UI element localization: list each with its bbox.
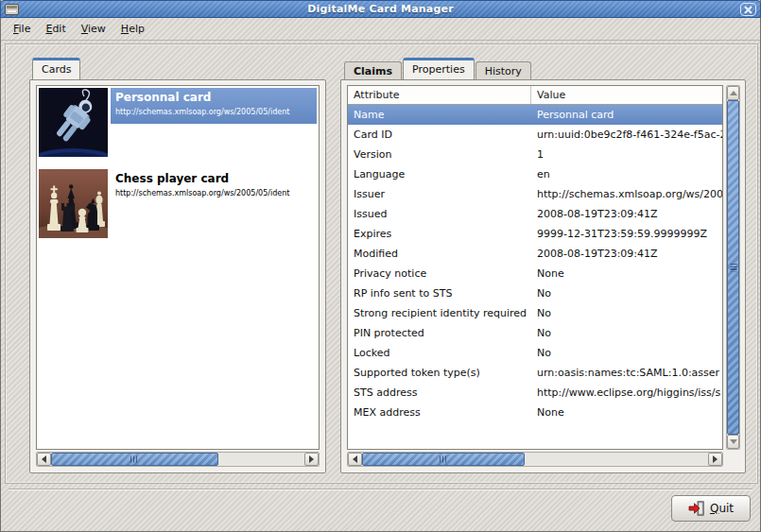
row-value: urn:oasis:names:tc:SAML:1.0:asser [531, 367, 722, 379]
tab-cards[interactable]: Cards [32, 58, 80, 79]
row-value: http://www.eclipse.org/higgins/iss/s [531, 386, 722, 399]
table-row[interactable]: NamePersonnal card [348, 105, 722, 125]
scroll-left-button[interactable] [348, 453, 362, 466]
row-value: No [531, 347, 722, 359]
scroll-left-button[interactable] [37, 453, 51, 466]
scroll-right-icon [309, 455, 314, 463]
column-header-attribute[interactable]: Attribute [348, 86, 531, 104]
scrollbar-track[interactable] [51, 453, 304, 466]
scroll-down-button[interactable] [727, 435, 739, 449]
scroll-left-icon [42, 455, 46, 463]
row-attribute: MEX address [348, 406, 531, 419]
menu-edit[interactable]: Edit [38, 20, 73, 38]
scrollbar-grip [730, 264, 736, 272]
table-row[interactable]: Card IDurn:uuid:0be9c2f8-f461-324e-f5ac-… [348, 125, 722, 145]
app-window: DigitalMe Card Manager File Edit View He… [0, 0, 761, 532]
menu-view[interactable]: View [74, 20, 113, 38]
scrollbar-track[interactable] [362, 453, 708, 466]
row-value: en [531, 168, 722, 180]
table-row[interactable]: Modified2008-08-19T23:09:41Z [348, 244, 722, 264]
menu-help-label: elp [129, 23, 145, 35]
cards-horizontal-scrollbar[interactable] [36, 452, 320, 467]
table-row[interactable]: Version1 [348, 145, 722, 164]
row-value: No [531, 307, 722, 319]
table-row[interactable]: STS addresshttp://www.eclipse.org/higgin… [348, 383, 722, 403]
row-attribute: Name [348, 109, 531, 121]
astronaut-photo [39, 88, 108, 157]
close-button[interactable] [740, 3, 756, 16]
column-header-value[interactable]: Value [531, 86, 722, 104]
table-row[interactable]: RP info sent to STSNo [348, 283, 722, 303]
row-value: No [531, 327, 722, 339]
card-item-personnal[interactable]: Personnal card http://schemas.xmlsoap.or… [37, 86, 319, 159]
scroll-up-button[interactable] [727, 86, 739, 100]
quit-button[interactable]: Quit [671, 495, 751, 522]
quit-door-icon [688, 501, 705, 516]
table-row[interactable]: PIN protectedNo [348, 323, 722, 343]
table-row[interactable]: Issuerhttp://schemas.xmlsoap.org/ws/200 [348, 184, 722, 204]
card-title: Personnal card [115, 91, 312, 104]
table-row[interactable]: Languageen [348, 164, 722, 184]
close-icon [744, 6, 752, 14]
scrollbar-thumb[interactable] [51, 453, 218, 466]
scroll-right-button[interactable] [708, 453, 722, 466]
row-value: No [531, 287, 722, 300]
menu-view-label: iew [88, 23, 106, 35]
titlebar[interactable]: DigitalMe Card Manager [0, 0, 761, 18]
properties-vertical-scrollbar[interactable] [726, 85, 740, 450]
tab-history[interactable]: History [476, 61, 531, 79]
row-attribute: Supported token type(s) [348, 367, 531, 379]
card-text-personnal: Personnal card http://schemas.xmlsoap.or… [111, 88, 317, 124]
cards-list: Personnal card http://schemas.xmlsoap.or… [36, 85, 320, 450]
scrollbar-thumb[interactable] [727, 100, 739, 435]
row-attribute: Modified [348, 248, 531, 260]
menu-help[interactable]: Help [113, 20, 152, 38]
scrollbar-grip [440, 456, 448, 463]
row-attribute: Card ID [348, 129, 531, 141]
cards-panel: Personnal card http://schemas.xmlsoap.or… [29, 79, 326, 473]
quit-mnemonic: Q [710, 502, 718, 515]
table-row[interactable]: MEX addressNone [348, 403, 722, 422]
scroll-down-icon [730, 439, 737, 444]
row-value: None [531, 267, 722, 280]
menubar: File Edit View Help [1, 18, 760, 41]
scrollbar-track[interactable] [727, 100, 739, 435]
row-attribute: Issuer [348, 188, 531, 200]
row-attribute: Privacy notice [348, 267, 531, 280]
scroll-up-icon [730, 91, 737, 95]
card-url: http://schemas.xmlsoap.org/ws/2005/05/id… [115, 189, 312, 197]
row-value: urn:uuid:0be9c2f8-f461-324e-f5ac-2 [531, 129, 722, 141]
table-row[interactable]: Privacy noticeNone [348, 264, 722, 283]
details-tabrow: Claims Properties History [344, 58, 531, 79]
window-title: DigitalMe Card Manager [1, 3, 760, 15]
table-row[interactable]: LockedNo [348, 343, 722, 363]
row-attribute: Expires [348, 228, 531, 240]
row-value: Personnal card [531, 109, 722, 121]
menu-file-label: ile [19, 23, 31, 35]
scroll-right-button[interactable] [304, 453, 319, 466]
properties-horizontal-scrollbar[interactable] [347, 452, 723, 467]
row-value: 2008-08-19T23:09:41Z [531, 208, 722, 220]
menu-file[interactable]: File [6, 20, 38, 38]
table-row[interactable]: Issued2008-08-19T23:09:41Z [348, 204, 722, 224]
properties-table: Attribute Value NamePersonnal card Card … [347, 85, 723, 450]
quit-label-rest: uit [718, 502, 734, 515]
row-value: 9999-12-31T23:59:59.9999999Z [531, 228, 722, 240]
tab-claims[interactable]: Claims [344, 61, 402, 79]
table-row[interactable]: Expires9999-12-31T23:59:59.9999999Z [348, 224, 722, 244]
tab-properties[interactable]: Properties [403, 58, 475, 79]
table-row[interactable]: Strong recipient identity requiredNo [348, 303, 722, 323]
cards-tabrow: Cards [32, 58, 80, 79]
card-item-chess[interactable]: Chess player card http://schemas.xmlsoap… [37, 167, 319, 240]
row-attribute: Language [348, 168, 531, 180]
menu-view-mnemonic: V [81, 23, 88, 35]
scrollbar-grip [130, 456, 139, 463]
row-attribute: STS address [348, 386, 531, 399]
scrollbar-thumb[interactable] [362, 453, 525, 466]
footer-divider [9, 489, 752, 490]
table-row[interactable]: Supported token type(s)urn:oasis:names:t… [348, 363, 722, 383]
chess-pieces-photo [39, 169, 108, 238]
row-value: http://schemas.xmlsoap.org/ws/200 [531, 188, 722, 200]
row-value: 2008-08-19T23:09:41Z [531, 248, 722, 260]
scroll-right-icon [713, 455, 718, 463]
